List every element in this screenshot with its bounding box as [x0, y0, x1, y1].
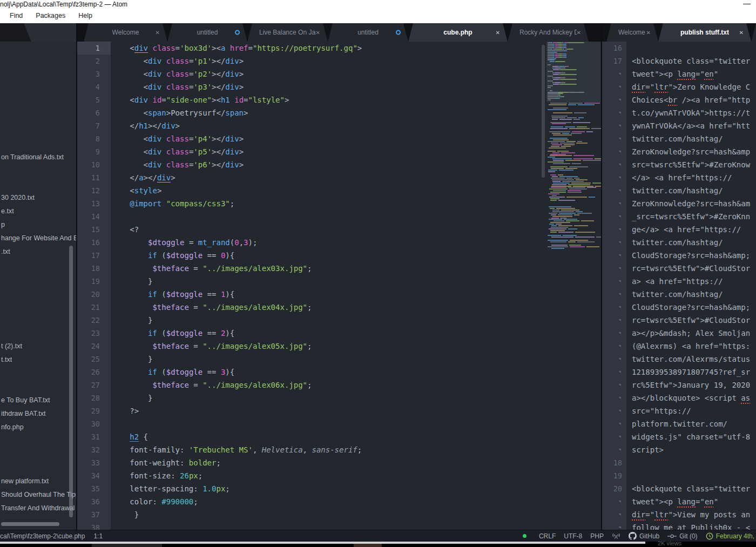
tree-item[interactable]: t (2).txt [1, 341, 22, 352]
code-line[interactable]: 29 ?> [77, 404, 601, 417]
code-line[interactable]: 28 } [77, 391, 601, 404]
tree-item[interactable]: hange For Website And Blo [1, 233, 76, 244]
text-line[interactable]: •</a> <a href="https:// [602, 171, 756, 184]
code-line[interactable]: 23 if ($dtoggle == 2){ [77, 327, 601, 340]
text-line[interactable]: •src=twsrc%5Etfw">#ZeroKnow [602, 158, 756, 171]
code-line[interactable]: 14 [77, 210, 601, 223]
code-line[interactable]: 38 [77, 521, 601, 530]
code-line[interactable]: 11 </a></div> [77, 171, 601, 184]
text-line[interactable]: •CloudStorage?src=hash&amp; [602, 301, 756, 314]
tree-horizontal-scrollbar[interactable] [1, 522, 59, 526]
code-line[interactable]: 17 if ($dtoggle == 0){ [77, 249, 601, 262]
editor-vertical-scrollbar[interactable] [542, 45, 545, 178]
text-line[interactable]: 18 [602, 456, 756, 469]
text-line[interactable]: •tweet"><p lang="en" [602, 495, 756, 508]
code-line[interactable]: 30 [77, 417, 601, 430]
code-line[interactable]: 5 <div id="side-one"><h1 id="lstyle"> [77, 93, 601, 106]
code-line[interactable]: 20 if ($dtoggle == 1){ [77, 288, 601, 301]
tab-untitled[interactable]: untitled [328, 23, 408, 42]
code-line[interactable]: 12 <style> [77, 184, 601, 197]
tree-item[interactable]: nfo.php [1, 422, 24, 433]
tab-close-icon[interactable]: ✕ [316, 30, 320, 36]
text-line[interactable]: •a></p>&mdash; Alex Smoljan [602, 327, 756, 340]
code-line[interactable]: 24 $theface = "../images/alex05x.jpg"; [77, 340, 601, 353]
pane-divider-left[interactable] [76, 23, 77, 542]
text-line[interactable]: •dir="ltr">Zero Knowledge C [602, 80, 756, 93]
tree-item[interactable]: Transfer And Withdrawal C [1, 503, 76, 514]
tab-close-icon[interactable]: ✕ [577, 30, 581, 36]
code-line[interactable]: 4 <div class='p3'></div> [77, 80, 601, 93]
text-line[interactable]: •tweet"><p lang="en" [602, 67, 756, 80]
text-line[interactable]: •widgets.js" charset="utf-8 [602, 430, 756, 443]
text-line[interactable]: •twitter.com/Alexrms/status [602, 353, 756, 366]
code-line[interactable]: 21 $theface = "../images/alex04x.jpg"; [77, 301, 601, 314]
tree-item[interactable]: .txt [1, 246, 10, 257]
tree-item[interactable]: new platform.txt [1, 476, 49, 487]
pane-divider-right[interactable] [601, 23, 602, 542]
text-line[interactable]: •script> [602, 443, 756, 456]
code-line[interactable]: 27 $theface = "../images/alex06x.jpg"; [77, 379, 601, 391]
text-line[interactable]: •ZeroKnowledge?src=hash&amp [602, 145, 756, 158]
code-line[interactable]: 22 } [77, 314, 601, 327]
status-encoding[interactable]: UTF-8 [564, 532, 582, 540]
text-line[interactable]: •platform.twitter.com/ [602, 417, 756, 430]
code-line[interactable]: 26 if ($dtoggle == 3){ [77, 366, 601, 379]
code-line[interactable]: 32 font-family: 'Trebuchet MS', Helvetic… [77, 443, 601, 456]
text-line[interactable]: 16 [602, 42, 756, 55]
code-line[interactable]: 1 <div class='box3d'><a href="https://po… [77, 42, 601, 55]
menu-item-packages[interactable]: Packages [33, 12, 68, 19]
code-line[interactable]: 13 @import "compass/css3"; [77, 197, 601, 210]
minimap[interactable] [546, 42, 600, 530]
text-line[interactable]: •twitter.com/hashtag/ [602, 236, 756, 249]
text-line[interactable]: •twitter.com/hashtag/ [602, 184, 756, 197]
modified-dot-icon[interactable] [396, 30, 401, 35]
code-line[interactable]: 19 } [77, 275, 601, 288]
code-line[interactable]: 9 <div class='p5'></div> [77, 145, 601, 158]
tree-item[interactable]: 30 2020.txt [1, 192, 35, 203]
text-line[interactable]: 17<blockquote class="twitter [602, 55, 756, 67]
code-line[interactable]: 35 letter-spacing: 1.0px; [77, 482, 601, 495]
tab-welcome[interactable]: Welcome✕ [84, 23, 167, 42]
text-line[interactable]: •rc=twsrc%5Etfw">#CloudStor [602, 262, 756, 275]
text-line[interactable]: •twitter.com/hashtag/ [602, 132, 756, 145]
tab-close-icon[interactable]: ✕ [496, 30, 500, 36]
code-line[interactable]: 33 font-weight: bolder; [77, 456, 601, 469]
minimize-button[interactable]: — [743, 0, 751, 8]
tree-item[interactable]: Should Overhaul The Tippin [1, 489, 76, 500]
tree-item[interactable]: e.txt [1, 206, 14, 217]
text-line[interactable]: 20<blockquote class="twitter [602, 482, 756, 495]
text-line[interactable]: •ywnATrVOkA</a><a href="htt [602, 119, 756, 132]
text-line[interactable]: •rc=twsrc%5Etfw">#CloudStor [602, 314, 756, 327]
code-line[interactable]: 31 h2 { [77, 430, 601, 443]
text-line[interactable]: •twitter.com/hashtag/ [602, 288, 756, 301]
tree-vertical-scrollbar[interactable] [69, 246, 73, 517]
github-status-item[interactable]: GitHub [629, 532, 659, 540]
text-line[interactable]: •Choices<br /><a href="http [602, 93, 756, 106]
text-line[interactable]: •CloudStorage?src=hash&amp; [602, 249, 756, 262]
tab-close-icon[interactable]: ✕ [739, 30, 744, 36]
tab-close-icon[interactable]: ✕ [646, 30, 651, 36]
code-line[interactable]: 37 } [77, 508, 601, 521]
tree-dock-tab[interactable] [0, 23, 31, 42]
code-line[interactable]: 36 color: #990000; [77, 495, 601, 508]
tab-publish-stuff-txt[interactable]: publish stuff.txt✕ [658, 23, 751, 42]
status-grammar[interactable]: PHP [590, 532, 604, 540]
text-line[interactable]: •dir="ltr">View my posts an [602, 508, 756, 521]
git-status-item[interactable]: Git (0) [667, 532, 697, 540]
text-line[interactable]: •_src=twsrc%5Etfw">#ZeroKnn [602, 210, 756, 223]
text-line[interactable]: •a></blockquote> <script as [602, 391, 756, 404]
code-line[interactable]: 7 </h1></div> [77, 119, 601, 132]
code-line[interactable]: 3 <div class='p2'></div> [77, 67, 601, 80]
tab-untitled[interactable]: untitled [167, 23, 247, 42]
menu-item-help[interactable]: Help [76, 12, 95, 19]
text-line[interactable]: •src="https:// [602, 404, 756, 417]
editor-cube-php[interactable]: 1 <div class='box3d'><a href="https://po… [77, 42, 601, 530]
tab-partial[interactable] [751, 23, 756, 42]
tree-item[interactable]: ithdraw BAT.txt [1, 408, 45, 419]
code-line[interactable]: 16 $dtoggle = mt_rand(0,3); [77, 236, 601, 249]
text-line[interactable]: •ge</a> <a href="https:// [602, 223, 756, 236]
text-line[interactable]: •rc%5Etfw">January 19, 2020 [602, 379, 756, 391]
text-line[interactable]: •(@Alexrms) <a href="https: [602, 340, 756, 353]
tab-cube-php[interactable]: cube.php✕ [408, 23, 508, 42]
code-line[interactable]: 15 <? [77, 223, 601, 236]
